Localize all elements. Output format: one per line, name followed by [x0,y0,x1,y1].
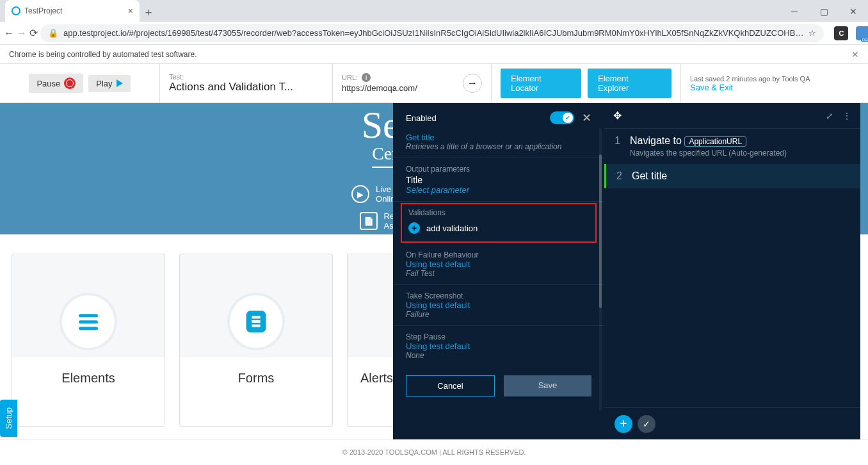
step-number: 2 [616,170,624,182]
play-icon [117,79,123,87]
steps-list-panel: ✥ ⤢ ⋮ 1 Navigate to ApplicationURL Navig… [604,103,860,439]
card-forms[interactable]: Forms [179,254,333,427]
enabled-toggle[interactable] [550,111,574,124]
enabled-label: Enabled [406,113,437,123]
on-failure-sub: Fail Test [406,269,591,278]
on-failure-value[interactable]: Using test default [406,259,591,269]
setup-tab[interactable]: Setup [0,400,17,437]
screenshot-sub: Failure [406,310,591,319]
screenshot-label: Take Screenshot [406,291,591,300]
close-banner-icon[interactable]: ✕ [851,49,859,60]
action-desc: Retrieves a title of a browser or an app… [406,142,591,151]
select-parameter-link[interactable]: Select parameter [406,185,591,195]
validate-button[interactable]: ✓ [638,415,655,433]
save-exit-link[interactable]: Save & Exit [690,83,859,92]
play-button[interactable]: Play [88,75,130,92]
play-label: Play [96,79,112,88]
page-content: Selenium Certification Trai ▶ Live Instr… [0,103,868,439]
star-icon[interactable]: ☆ [808,28,816,38]
action-name[interactable]: Get title [406,133,591,142]
card-elements[interactable]: Elements [12,254,165,427]
scrollbar[interactable] [599,129,602,411]
automation-banner: Chrome is being controlled by automated … [0,45,868,64]
panel-menu-icon[interactable]: ⋮ [842,111,851,121]
pause-button[interactable]: Pause [29,74,83,93]
play-circle-icon: ▶ [351,185,369,203]
on-failure-label: On Failure Behaviour [406,250,591,259]
url-label: URL: [342,74,358,81]
step-pause-label: Step Pause [406,332,591,341]
output-params-label: Output parameters [406,165,591,174]
window-buttons: ─ ▢ ✕ [780,1,868,22]
maximize-button[interactable]: ▢ [809,1,839,22]
add-validation-text: add validation [426,224,478,233]
svg-rect-3 [79,327,98,330]
save-step-button[interactable]: Save [504,375,591,396]
param-title: Title [406,175,591,185]
test-name: Actions and Validation T... [169,81,316,94]
test-label: Test: [169,73,323,81]
record-icon [64,78,76,89]
address-bar-row: ← → ⟳ 🔒 app.testproject.io/#/projects/16… [0,22,868,45]
screenshot-value[interactable]: Using test default [406,300,591,310]
copyright-text: © 2013-2020 TOOLSQA.COM | ALL RIGHTS RES… [342,448,526,456]
favicon-icon [12,6,20,15]
step-row-2[interactable]: 2 Get title [604,164,860,188]
back-button[interactable]: ← [4,24,14,43]
step-row-1[interactable]: 1 Navigate to ApplicationURL Navigates t… [604,129,860,164]
form-icon [230,295,282,348]
validations-label: Validations [408,208,589,217]
card-alerts[interactable]: Alerts, F [347,254,398,427]
browser-tab[interactable]: TestProject × [5,0,140,22]
svg-rect-1 [79,314,98,317]
omnibox[interactable]: 🔒 app.testproject.io/#/projects/169985/t… [40,24,824,42]
browser-titlebar: TestProject × + ─ ▢ ✕ [0,0,868,22]
close-panel-icon[interactable]: ✕ [582,111,591,125]
plus-icon: + [408,222,420,234]
document-icon: 📄 [360,212,378,230]
step-action: Navigate to [630,135,682,146]
tab-title: TestProject [24,6,62,15]
forward-button[interactable]: → [17,24,27,43]
step-action: Get title [632,170,667,182]
validations-highlight: Validations + add validation [401,203,597,243]
card-label: Elements [61,371,115,386]
info-icon[interactable]: i [362,73,371,82]
card-label: Forms [238,371,275,386]
url-text: app.testproject.io/#/projects/169985/tes… [63,28,803,38]
new-tab-button[interactable]: + [140,4,157,22]
step-pause-value[interactable]: Using test default [406,341,591,351]
minimize-button[interactable]: ─ [780,1,809,22]
step-description: Navigates the specified URL (Auto-genera… [630,149,787,158]
testproject-toolbar: Pause Play Test: Actions and Validation … [0,64,868,103]
automation-text: Chrome is being controlled by automated … [9,50,197,59]
extension-c-icon[interactable]: C [832,24,851,43]
close-tab-icon[interactable]: × [128,6,133,16]
step-pause-sub: None [406,351,591,360]
cancel-button[interactable]: Cancel [406,375,495,396]
svg-rect-2 [79,320,98,323]
add-step-button[interactable]: + [615,415,632,433]
go-button[interactable]: → [463,74,482,93]
close-window-button[interactable]: ✕ [839,1,868,22]
extension-rec-icon[interactable] [853,24,868,43]
url-value: https://demoqa.com/ [342,83,417,93]
last-saved-text: Last saved 2 minutes ago by Tools QA [690,75,859,83]
element-explorer-button[interactable]: Element Explorer [588,69,671,98]
lock-icon: 🔒 [48,28,58,38]
collapse-icon[interactable]: ⤢ [826,111,833,121]
add-validation-button[interactable]: + add validation [408,222,589,234]
reload-button[interactable]: ⟳ [29,24,38,43]
element-locator-button[interactable]: Element Locator [501,69,581,98]
pause-label: Pause [36,79,60,88]
step-param-pill: ApplicationURL [684,136,746,147]
step-edit-panel: Enabled ✕ Get title Retrieves a title of… [393,103,604,439]
move-icon[interactable]: ✥ [613,110,622,122]
menu-icon [62,295,115,348]
step-number: 1 [615,135,622,147]
